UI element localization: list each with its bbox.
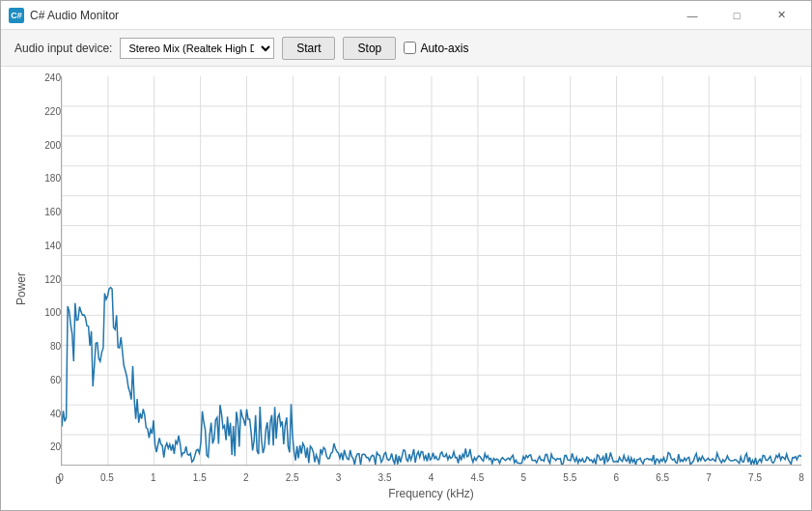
chart-container: Power 020406080100120140160180200220240 … — [1, 67, 811, 510]
toolbar: Audio input device: Stereo Mix (Realtek … — [1, 30, 811, 67]
y-axis-label-container: Power — [11, 76, 32, 500]
start-button[interactable]: Start — [282, 37, 335, 60]
y-axis-ticks: 020406080100120140160180200220240 — [32, 76, 61, 500]
x-tick: 6 — [613, 472, 619, 483]
x-tick: 0.5 — [100, 472, 114, 483]
auto-axis-checkbox[interactable] — [404, 42, 416, 54]
x-tick: 4 — [429, 472, 434, 483]
chart-area: 00.511.522.533.544.555.566.577.58 Freque… — [61, 76, 801, 500]
x-tick: 6.5 — [656, 472, 669, 483]
signal-line — [62, 76, 801, 465]
audio-device-select[interactable]: Stereo Mix (Realtek High Defi — [120, 38, 274, 59]
x-axis-label: Frequency (kHz) — [61, 487, 801, 500]
x-tick: 7.5 — [748, 472, 762, 483]
window-controls: — □ ✕ — [670, 1, 803, 30]
x-tick: 1.5 — [193, 472, 207, 483]
x-tick: 8 — [798, 472, 804, 483]
x-tick: 1 — [151, 472, 156, 483]
window-title: C# Audio Monitor — [30, 9, 119, 22]
x-tick: 7 — [706, 472, 712, 483]
app-icon: C# — [9, 8, 24, 23]
x-tick: 3.5 — [378, 472, 392, 483]
maximize-button[interactable]: □ — [714, 1, 759, 30]
x-tick: 0 — [58, 472, 64, 483]
title-bar: C# C# Audio Monitor — □ ✕ — [1, 1, 811, 30]
minimize-button[interactable]: — — [670, 1, 714, 30]
close-button[interactable]: ✕ — [759, 1, 803, 30]
x-tick: 5.5 — [563, 472, 576, 483]
device-label: Audio input device: — [14, 42, 112, 55]
title-bar-left: C# C# Audio Monitor — [9, 8, 119, 23]
x-tick: 2.5 — [286, 472, 299, 483]
x-tick: 5 — [521, 472, 527, 483]
auto-axis-label[interactable]: Auto-axis — [404, 42, 468, 55]
app-window: C# C# Audio Monitor — □ ✕ Audio input de… — [0, 0, 812, 511]
x-tick: 4.5 — [470, 472, 484, 483]
y-axis-label: Power — [14, 271, 28, 304]
x-tick: 2 — [243, 472, 249, 483]
x-tick: 3 — [336, 472, 342, 483]
stop-button[interactable]: Stop — [343, 37, 396, 60]
chart-plot — [61, 76, 801, 466]
chart-inner: Power 020406080100120140160180200220240 … — [11, 76, 801, 500]
x-axis-ticks: 00.511.522.533.544.555.566.577.58 — [61, 466, 801, 485]
